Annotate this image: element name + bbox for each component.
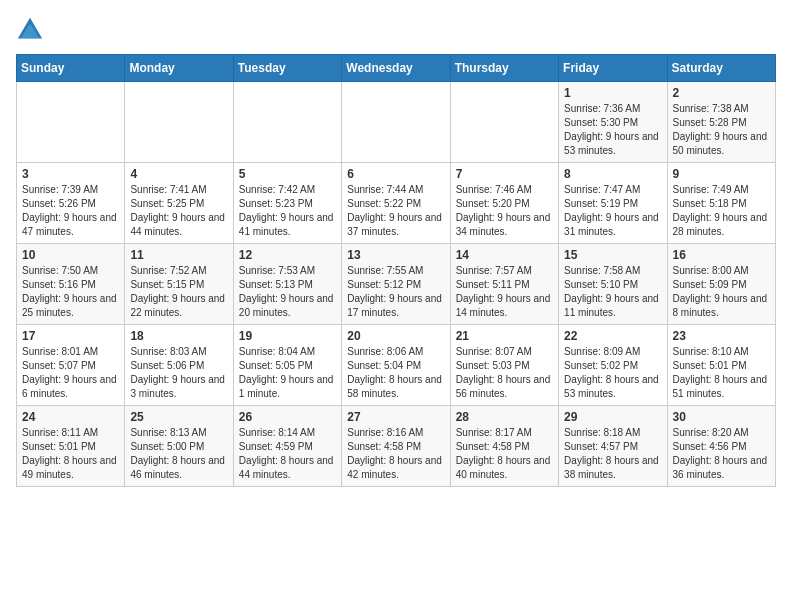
day-number: 28: [456, 410, 553, 424]
header: [16, 16, 776, 44]
day-info: Sunrise: 8:06 AM Sunset: 5:04 PM Dayligh…: [347, 345, 444, 401]
day-info: Sunrise: 8:01 AM Sunset: 5:07 PM Dayligh…: [22, 345, 119, 401]
calendar-week-1: 1Sunrise: 7:36 AM Sunset: 5:30 PM Daylig…: [17, 82, 776, 163]
calendar-cell: 28Sunrise: 8:17 AM Sunset: 4:58 PM Dayli…: [450, 406, 558, 487]
calendar-cell: 22Sunrise: 8:09 AM Sunset: 5:02 PM Dayli…: [559, 325, 667, 406]
calendar-cell: 4Sunrise: 7:41 AM Sunset: 5:25 PM Daylig…: [125, 163, 233, 244]
calendar-cell: 13Sunrise: 7:55 AM Sunset: 5:12 PM Dayli…: [342, 244, 450, 325]
calendar-cell: 16Sunrise: 8:00 AM Sunset: 5:09 PM Dayli…: [667, 244, 775, 325]
day-info: Sunrise: 8:20 AM Sunset: 4:56 PM Dayligh…: [673, 426, 770, 482]
day-info: Sunrise: 7:50 AM Sunset: 5:16 PM Dayligh…: [22, 264, 119, 320]
day-info: Sunrise: 7:57 AM Sunset: 5:11 PM Dayligh…: [456, 264, 553, 320]
day-info: Sunrise: 7:58 AM Sunset: 5:10 PM Dayligh…: [564, 264, 661, 320]
day-info: Sunrise: 8:14 AM Sunset: 4:59 PM Dayligh…: [239, 426, 336, 482]
day-info: Sunrise: 8:04 AM Sunset: 5:05 PM Dayligh…: [239, 345, 336, 401]
day-info: Sunrise: 7:52 AM Sunset: 5:15 PM Dayligh…: [130, 264, 227, 320]
calendar-cell: 24Sunrise: 8:11 AM Sunset: 5:01 PM Dayli…: [17, 406, 125, 487]
header-thursday: Thursday: [450, 55, 558, 82]
day-info: Sunrise: 7:42 AM Sunset: 5:23 PM Dayligh…: [239, 183, 336, 239]
day-info: Sunrise: 8:03 AM Sunset: 5:06 PM Dayligh…: [130, 345, 227, 401]
day-info: Sunrise: 7:49 AM Sunset: 5:18 PM Dayligh…: [673, 183, 770, 239]
day-info: Sunrise: 7:53 AM Sunset: 5:13 PM Dayligh…: [239, 264, 336, 320]
day-info: Sunrise: 8:00 AM Sunset: 5:09 PM Dayligh…: [673, 264, 770, 320]
calendar-cell: 29Sunrise: 8:18 AM Sunset: 4:57 PM Dayli…: [559, 406, 667, 487]
calendar-cell: 7Sunrise: 7:46 AM Sunset: 5:20 PM Daylig…: [450, 163, 558, 244]
header-tuesday: Tuesday: [233, 55, 341, 82]
calendar-cell: 10Sunrise: 7:50 AM Sunset: 5:16 PM Dayli…: [17, 244, 125, 325]
day-number: 22: [564, 329, 661, 343]
calendar-cell: [450, 82, 558, 163]
day-number: 27: [347, 410, 444, 424]
day-info: Sunrise: 7:44 AM Sunset: 5:22 PM Dayligh…: [347, 183, 444, 239]
day-number: 11: [130, 248, 227, 262]
calendar-cell: [125, 82, 233, 163]
header-monday: Monday: [125, 55, 233, 82]
calendar-cell: 18Sunrise: 8:03 AM Sunset: 5:06 PM Dayli…: [125, 325, 233, 406]
day-number: 15: [564, 248, 661, 262]
day-number: 6: [347, 167, 444, 181]
calendar-cell: 14Sunrise: 7:57 AM Sunset: 5:11 PM Dayli…: [450, 244, 558, 325]
calendar-cell: 12Sunrise: 7:53 AM Sunset: 5:13 PM Dayli…: [233, 244, 341, 325]
calendar-cell: 21Sunrise: 8:07 AM Sunset: 5:03 PM Dayli…: [450, 325, 558, 406]
day-number: 21: [456, 329, 553, 343]
calendar-header-row: SundayMondayTuesdayWednesdayThursdayFrid…: [17, 55, 776, 82]
day-number: 17: [22, 329, 119, 343]
calendar-cell: 6Sunrise: 7:44 AM Sunset: 5:22 PM Daylig…: [342, 163, 450, 244]
calendar-table: SundayMondayTuesdayWednesdayThursdayFrid…: [16, 54, 776, 487]
day-info: Sunrise: 7:55 AM Sunset: 5:12 PM Dayligh…: [347, 264, 444, 320]
calendar-cell: [342, 82, 450, 163]
day-info: Sunrise: 7:47 AM Sunset: 5:19 PM Dayligh…: [564, 183, 661, 239]
calendar-week-2: 3Sunrise: 7:39 AM Sunset: 5:26 PM Daylig…: [17, 163, 776, 244]
calendar-cell: [17, 82, 125, 163]
day-number: 7: [456, 167, 553, 181]
day-number: 30: [673, 410, 770, 424]
day-number: 18: [130, 329, 227, 343]
day-number: 5: [239, 167, 336, 181]
calendar-cell: 20Sunrise: 8:06 AM Sunset: 5:04 PM Dayli…: [342, 325, 450, 406]
calendar-cell: 3Sunrise: 7:39 AM Sunset: 5:26 PM Daylig…: [17, 163, 125, 244]
day-info: Sunrise: 7:41 AM Sunset: 5:25 PM Dayligh…: [130, 183, 227, 239]
calendar-week-4: 17Sunrise: 8:01 AM Sunset: 5:07 PM Dayli…: [17, 325, 776, 406]
day-info: Sunrise: 8:17 AM Sunset: 4:58 PM Dayligh…: [456, 426, 553, 482]
calendar-cell: 25Sunrise: 8:13 AM Sunset: 5:00 PM Dayli…: [125, 406, 233, 487]
day-number: 24: [22, 410, 119, 424]
day-number: 16: [673, 248, 770, 262]
day-number: 26: [239, 410, 336, 424]
day-info: Sunrise: 7:39 AM Sunset: 5:26 PM Dayligh…: [22, 183, 119, 239]
calendar-cell: 1Sunrise: 7:36 AM Sunset: 5:30 PM Daylig…: [559, 82, 667, 163]
day-info: Sunrise: 7:46 AM Sunset: 5:20 PM Dayligh…: [456, 183, 553, 239]
calendar-cell: 27Sunrise: 8:16 AM Sunset: 4:58 PM Dayli…: [342, 406, 450, 487]
calendar-cell: 30Sunrise: 8:20 AM Sunset: 4:56 PM Dayli…: [667, 406, 775, 487]
header-sunday: Sunday: [17, 55, 125, 82]
day-info: Sunrise: 8:09 AM Sunset: 5:02 PM Dayligh…: [564, 345, 661, 401]
calendar-cell: 15Sunrise: 7:58 AM Sunset: 5:10 PM Dayli…: [559, 244, 667, 325]
header-saturday: Saturday: [667, 55, 775, 82]
day-info: Sunrise: 8:13 AM Sunset: 5:00 PM Dayligh…: [130, 426, 227, 482]
day-number: 23: [673, 329, 770, 343]
day-info: Sunrise: 7:38 AM Sunset: 5:28 PM Dayligh…: [673, 102, 770, 158]
calendar-cell: 9Sunrise: 7:49 AM Sunset: 5:18 PM Daylig…: [667, 163, 775, 244]
day-number: 29: [564, 410, 661, 424]
day-number: 19: [239, 329, 336, 343]
day-number: 9: [673, 167, 770, 181]
day-number: 13: [347, 248, 444, 262]
logo: [16, 16, 48, 44]
day-number: 12: [239, 248, 336, 262]
day-number: 20: [347, 329, 444, 343]
calendar-cell: 23Sunrise: 8:10 AM Sunset: 5:01 PM Dayli…: [667, 325, 775, 406]
day-info: Sunrise: 8:11 AM Sunset: 5:01 PM Dayligh…: [22, 426, 119, 482]
day-number: 14: [456, 248, 553, 262]
day-number: 4: [130, 167, 227, 181]
day-info: Sunrise: 8:18 AM Sunset: 4:57 PM Dayligh…: [564, 426, 661, 482]
calendar-cell: 8Sunrise: 7:47 AM Sunset: 5:19 PM Daylig…: [559, 163, 667, 244]
day-number: 3: [22, 167, 119, 181]
header-friday: Friday: [559, 55, 667, 82]
day-number: 10: [22, 248, 119, 262]
logo-icon: [16, 16, 44, 44]
day-info: Sunrise: 7:36 AM Sunset: 5:30 PM Dayligh…: [564, 102, 661, 158]
day-number: 2: [673, 86, 770, 100]
calendar-week-5: 24Sunrise: 8:11 AM Sunset: 5:01 PM Dayli…: [17, 406, 776, 487]
day-info: Sunrise: 8:07 AM Sunset: 5:03 PM Dayligh…: [456, 345, 553, 401]
calendar-cell: 19Sunrise: 8:04 AM Sunset: 5:05 PM Dayli…: [233, 325, 341, 406]
calendar-cell: [233, 82, 341, 163]
